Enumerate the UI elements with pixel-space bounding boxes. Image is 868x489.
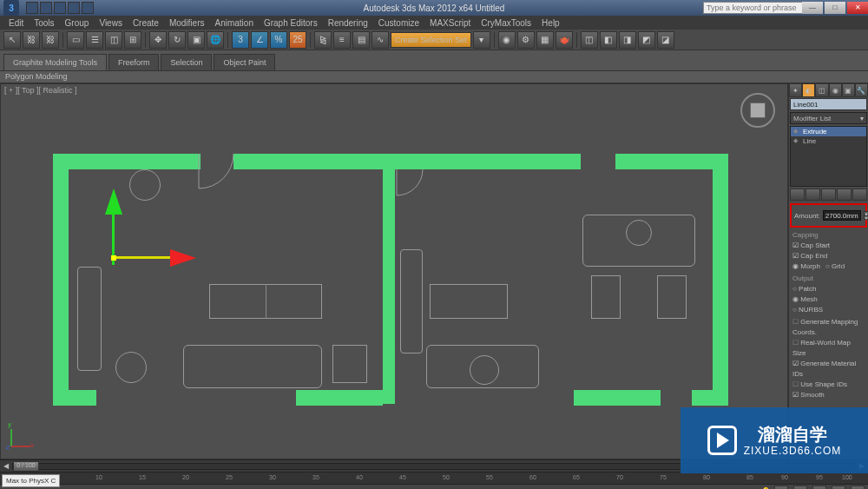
qat-undo-icon[interactable] (68, 2, 80, 14)
tool-window-crossing-icon[interactable]: ⊞ (124, 31, 141, 49)
modifier-stack[interactable]: Extrude Line (790, 126, 867, 187)
gizmo-x-axis-icon[interactable] (114, 256, 174, 259)
tab-graphite[interactable]: Graphite Modeling Tools (3, 54, 107, 70)
patch-radio[interactable]: Patch (792, 284, 865, 294)
tool-extra3-icon[interactable]: ◩ (638, 31, 655, 49)
tab-display-icon[interactable]: ▣ (842, 83, 855, 97)
gizmo-y-arrow-icon[interactable] (105, 188, 122, 215)
tab-objectpaint[interactable]: Object Paint (214, 54, 275, 70)
grid-radio[interactable]: Grid (825, 261, 845, 272)
tab-motion-icon[interactable]: ◉ (829, 83, 842, 97)
cap-start-checkbox[interactable]: Cap Start (792, 241, 865, 251)
menu-animation[interactable]: Animation (209, 18, 258, 28)
qat-open-icon[interactable] (40, 2, 52, 14)
menu-edit[interactable]: Edit (3, 18, 29, 28)
tab-freeform[interactable]: Freeform (108, 54, 160, 70)
tab-modify-icon[interactable]: ◐ (802, 83, 815, 97)
menu-modifiers[interactable]: Modifiers (164, 18, 210, 28)
modifier-item-line[interactable]: Line (791, 136, 866, 146)
gizmo-x-arrow-icon[interactable] (170, 249, 196, 267)
named-selection-set[interactable]: Create Selection Set (391, 32, 471, 48)
playback-play-icon[interactable] (812, 486, 826, 490)
menu-grapheditors[interactable]: Graph Editors (259, 18, 323, 28)
spinner-down-icon[interactable]: ▼ (864, 215, 868, 220)
playback-next-icon[interactable] (832, 486, 845, 490)
tool-rotate-icon[interactable]: ↻ (168, 31, 186, 49)
tool-scale-icon[interactable]: ▣ (187, 31, 205, 49)
modifier-list-dropdown[interactable]: Modifier List▾ (790, 112, 867, 124)
tool-refcoord-icon[interactable]: 🌐 (207, 31, 224, 49)
tool-snap-percent-icon[interactable]: % (270, 31, 287, 49)
tab-create-icon[interactable]: ✦ (789, 83, 802, 97)
viewcube-face-icon[interactable] (750, 102, 766, 118)
qat-redo-icon[interactable] (82, 2, 94, 14)
gen-matids-checkbox[interactable]: Generate Material IDs (792, 359, 865, 380)
use-shapeids-checkbox[interactable]: Use Shape IDs (792, 380, 865, 390)
tool-dropdown-icon[interactable]: ▾ (473, 31, 490, 49)
tool-selectname-icon[interactable]: ☰ (86, 31, 103, 49)
nurbs-radio[interactable]: NURBS (792, 305, 865, 315)
menu-crymaxtools[interactable]: CryMaxTools (476, 18, 536, 28)
tool-mirror-icon[interactable]: ⧎ (314, 31, 332, 49)
close-button[interactable]: ✕ (847, 2, 868, 14)
playback-prev-icon[interactable] (793, 486, 807, 490)
tab-selection[interactable]: Selection (161, 54, 212, 70)
viewport[interactable]: [ + ][ Top ][ Realistic ] (0, 83, 788, 459)
viewcube[interactable] (740, 93, 775, 128)
tool-render-frame-icon[interactable]: ▦ (536, 31, 554, 49)
qat-save-icon[interactable] (54, 2, 66, 14)
menu-tools[interactable]: Tools (29, 18, 59, 28)
minimize-button[interactable]: — (802, 2, 823, 14)
tool-schematic-icon[interactable]: ◫ (581, 31, 598, 49)
menu-create[interactable]: Create (128, 18, 164, 28)
tab-utilities-icon[interactable]: 🔧 (855, 83, 868, 97)
object-name-field[interactable] (790, 98, 867, 110)
mesh-radio[interactable]: Mesh (792, 294, 865, 305)
tool-selectregion-icon[interactable]: ◫ (105, 31, 122, 49)
tool-render-icon[interactable]: 🫖 (556, 31, 573, 49)
cap-end-checkbox[interactable]: Cap End (792, 251, 865, 261)
playback-start-icon[interactable] (774, 486, 788, 490)
amount-spinner[interactable]: 2700.0mm (823, 210, 861, 221)
tool-select-icon[interactable]: ↖ (3, 31, 21, 49)
tool-layers-icon[interactable]: ▤ (352, 31, 370, 49)
help-search-input[interactable] (703, 2, 807, 14)
tool-extra4-icon[interactable]: ◪ (657, 31, 674, 49)
modifier-item-extrude[interactable]: Extrude (791, 127, 866, 136)
realworld-map-checkbox[interactable]: Real-World Map Size (792, 338, 865, 359)
smooth-checkbox[interactable]: Smooth (792, 390, 865, 400)
tool-extra2-icon[interactable]: ◨ (619, 31, 636, 49)
tool-spinner-snap-icon[interactable]: 25 (289, 31, 306, 49)
menu-help[interactable]: Help (536, 18, 565, 28)
menu-views[interactable]: Views (94, 18, 128, 28)
stack-pin-icon[interactable] (790, 188, 805, 201)
qat-new-icon[interactable] (26, 2, 38, 14)
tool-align-icon[interactable]: ≡ (333, 31, 351, 49)
gen-mapping-checkbox[interactable]: Generate Mapping Coords. (792, 317, 865, 338)
tool-extra1-icon[interactable]: ◧ (600, 31, 617, 49)
tool-move-icon[interactable]: ✥ (149, 31, 167, 49)
stack-remove-icon[interactable] (837, 188, 852, 201)
tool-selectobj-icon[interactable]: ▭ (67, 31, 84, 49)
morph-radio[interactable]: Morph (792, 261, 820, 272)
timeslider-prev-icon[interactable]: ◀ (3, 462, 9, 470)
tab-hierarchy-icon[interactable]: ◫ (815, 83, 828, 97)
tool-material-editor-icon[interactable]: ◉ (498, 31, 516, 49)
tool-unlink-icon[interactable]: ⛓ (42, 31, 59, 49)
tool-link-icon[interactable]: ⛓ (23, 31, 40, 49)
viewport-label[interactable]: [ + ][ Top ][ Realistic ] (4, 86, 77, 95)
menu-maxscript[interactable]: MAXScript (424, 18, 476, 28)
tool-snap-angle-icon[interactable]: ∠ (251, 31, 268, 49)
tool-curve-editor-icon[interactable]: ∿ (372, 31, 389, 49)
gizmo-origin-icon[interactable] (111, 255, 116, 261)
timeline-ruler[interactable]: 0 5 10 15 20 25 30 35 40 45 50 55 60 65 … (0, 472, 868, 484)
menu-group[interactable]: Group (60, 18, 95, 28)
stack-config-icon[interactable] (852, 188, 867, 201)
time-slider-thumb[interactable]: 0 / 100 (13, 461, 39, 472)
stack-show-icon[interactable] (806, 188, 820, 201)
maximize-button[interactable]: □ (825, 2, 845, 14)
menu-rendering[interactable]: Rendering (323, 18, 373, 28)
tool-snap-3d-icon[interactable]: 3 (232, 31, 249, 49)
tool-render-setup-icon[interactable]: ⚙ (517, 31, 535, 49)
stack-unique-icon[interactable] (821, 188, 836, 201)
